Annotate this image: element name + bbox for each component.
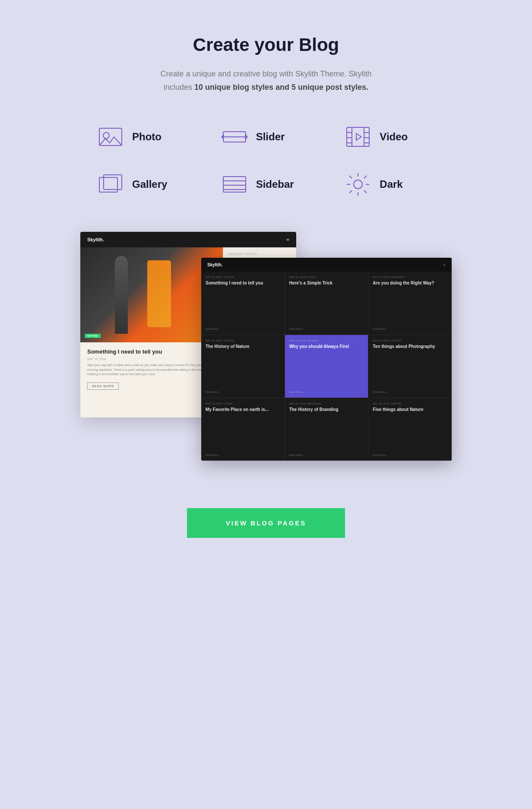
ss-light-logo: Skylith. <box>87 237 104 242</box>
sd-post-read-5[interactable]: Read More <box>373 391 447 393</box>
sd-post-cell-7: MAY 16, 2016 / BRANDINGThe History of Br… <box>285 398 368 461</box>
svg-line-26 <box>364 190 367 193</box>
photo-icon <box>98 124 124 150</box>
sd-post-read-0[interactable]: Read More <box>206 328 280 330</box>
view-blog-pages-button[interactable]: VIEW BLOG PAGES <box>187 508 345 538</box>
feature-photo: Photo <box>98 124 187 150</box>
feature-sidebar: Sidebar <box>222 171 311 197</box>
sd-post-read-8[interactable]: Read More <box>373 454 447 456</box>
sd-post-read-2[interactable]: Read More <box>373 328 447 330</box>
sd-post-read-7[interactable]: Read More <box>289 454 364 456</box>
sd-header: Skylith. ≡ <box>201 258 452 272</box>
sd-post-cell-2: MAY 16, 2016 / BRANDINGAre you doing the… <box>368 272 452 334</box>
feature-video-label: Video <box>380 131 408 143</box>
sd-post-read-3[interactable]: Read More <box>206 391 280 393</box>
sd-post-meta-5: MAY 16, 2016 / DESIGN <box>373 339 447 342</box>
dark-icon <box>345 171 371 197</box>
svg-marker-13 <box>356 133 361 140</box>
sd-post-meta-0: MAY 16, 2016 / NATURE <box>206 276 280 278</box>
sd-post-meta-2: MAY 16, 2016 / BRANDING <box>373 276 447 278</box>
sd-post-meta-6: MAY 16, 2016 / CITIES <box>206 402 280 405</box>
svg-point-20 <box>354 180 362 189</box>
feature-slider-label: Slider <box>256 131 285 143</box>
sd-post-meta-4: MAY 16, 2016 / DESIGN <box>289 339 364 342</box>
ss-sidebar-title: RECENT POSTS <box>228 253 291 256</box>
sd-post-cell-8: MAY 16, 2016 / NATUREFive things about N… <box>368 398 452 461</box>
sd-post-meta-1: MAY 16, 2016 / CITIES <box>289 276 364 278</box>
ss-light-date: MAY 16, 2016 <box>87 357 216 360</box>
features-grid: Photo Slider <box>98 124 434 197</box>
sd-posts-grid: MAY 16, 2016 / NATURESomething I need to… <box>201 272 452 461</box>
sd-post-cell-0: MAY 16, 2016 / NATURESomething I need to… <box>201 272 285 334</box>
feature-sidebar-label: Sidebar <box>256 178 294 190</box>
ss-light-post-title: Something I need to tell you <box>87 348 216 355</box>
ss-light-menu-icon: ≡ <box>286 237 289 243</box>
ss-light-image-tag: NATURE <box>85 334 101 338</box>
sd-post-read-4[interactable]: Read More <box>289 391 364 393</box>
sd-post-cell-3: MAY 16, 2016 / NATUREThe History of Natu… <box>201 335 285 398</box>
sd-post-title-6: My Favorite Place on earth is... <box>206 407 280 450</box>
sd-post-title-5: Ten things about Photography <box>373 344 447 387</box>
sd-post-cell-4: MAY 16, 2016 / DESIGNWhy you should Alwa… <box>285 335 368 398</box>
ss-light-excerpt: Start your day with a coffee and a cake … <box>87 363 216 377</box>
gallery-icon <box>98 171 124 197</box>
sd-post-meta-7: MAY 16, 2016 / BRANDING <box>289 402 364 405</box>
feature-gallery-label: Gallery <box>132 178 167 190</box>
sd-post-title-7: The History of Branding <box>289 407 364 450</box>
feature-video: Video <box>345 124 434 150</box>
feature-dark-label: Dark <box>380 178 402 190</box>
svg-point-1 <box>103 133 109 139</box>
sd-post-read-1[interactable]: Read More <box>289 328 364 330</box>
slider-icon <box>222 124 247 150</box>
ss-light-read-more[interactable]: READ MORE <box>87 382 119 390</box>
screenshot-dark: Skylith. ≡ MAY 16, 2016 / NATURESomethin… <box>201 258 452 461</box>
screenshots-area: Skylith. ≡ NATURE Something I need to te… <box>80 232 452 461</box>
feature-slider: Slider <box>222 124 311 150</box>
sd-post-title-8: Five things about Nature <box>373 407 447 450</box>
description-bold: 10 unique blog styles and 5 unique post … <box>194 83 368 92</box>
sd-post-title-2: Are you doing the Right Way? <box>373 280 447 324</box>
svg-line-25 <box>349 176 352 178</box>
sd-logo: Skylith. <box>207 262 223 267</box>
sd-post-title-1: Here's a Simple Trick <box>289 280 364 324</box>
sd-menu-icon: ≡ <box>443 262 446 267</box>
sd-post-title-4: Why you should Always First <box>289 344 364 387</box>
sd-post-meta-8: MAY 16, 2016 / NATURE <box>373 402 447 405</box>
sd-post-title-0: Something I need to tell you <box>206 280 280 324</box>
svg-rect-0 <box>99 128 122 145</box>
video-icon <box>345 124 371 150</box>
sd-post-title-3: The History of Nature <box>206 344 280 387</box>
section-description: Create a unique and creative blog with S… <box>154 67 378 94</box>
svg-line-28 <box>349 190 352 193</box>
ss-light-header: Skylith. ≡ <box>80 232 296 247</box>
sidebar-icon <box>222 171 247 197</box>
sd-post-cell-1: MAY 16, 2016 / CITIESHere's a Simple Tri… <box>285 272 368 334</box>
sd-post-meta-3: MAY 16, 2016 / NATURE <box>206 339 280 342</box>
svg-line-27 <box>364 176 367 178</box>
svg-rect-4 <box>347 127 369 146</box>
feature-dark: Dark <box>345 171 434 197</box>
feature-photo-label: Photo <box>132 131 162 143</box>
page-title: Create your Blog <box>193 35 339 55</box>
sd-post-read-6[interactable]: Read More <box>206 454 280 456</box>
sd-post-cell-5: MAY 16, 2016 / DESIGNTen things about Ph… <box>368 335 452 398</box>
sd-post-cell-6: MAY 16, 2016 / CITIESMy Favorite Place o… <box>201 398 285 461</box>
feature-gallery: Gallery <box>98 171 187 197</box>
page-wrapper: Create your Blog Create a unique and cre… <box>0 0 532 581</box>
